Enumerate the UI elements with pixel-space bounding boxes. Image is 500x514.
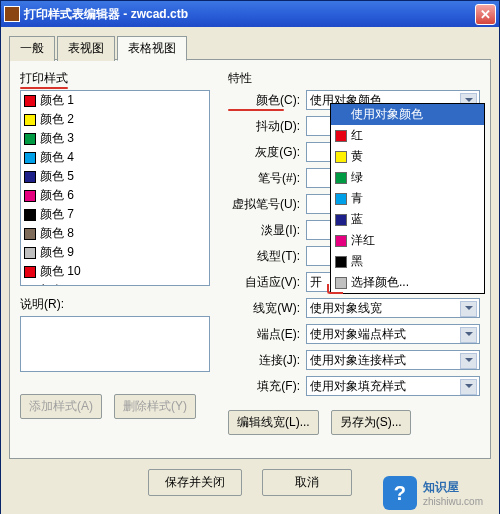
fill-combo[interactable]: 使用对象填充样式 <box>306 376 480 396</box>
endcap-combo[interactable]: 使用对象端点样式 <box>306 324 480 344</box>
list-item[interactable]: 颜色 10 <box>21 262 209 281</box>
dropdown-item[interactable]: 使用对象颜色 <box>331 104 484 125</box>
dropdown-item[interactable]: 蓝 <box>331 209 484 230</box>
list-item[interactable]: 颜色 6 <box>21 186 209 205</box>
question-icon: ? <box>383 476 417 510</box>
endcap-label: 端点(E): <box>228 326 300 343</box>
lineweight-label: 线宽(W): <box>228 300 300 317</box>
fill-label: 填充(F): <box>228 378 300 395</box>
adaptive-label: 自适应(V): <box>228 274 300 291</box>
list-item[interactable]: 颜色 8 <box>21 224 209 243</box>
color-swatch <box>335 151 347 163</box>
list-item[interactable]: 颜色 5 <box>21 167 209 186</box>
description-textarea[interactable] <box>20 316 210 372</box>
titlebar[interactable]: 打印样式表编辑器 - zwcad.ctb ✕ <box>1 1 499 27</box>
list-item[interactable]: 颜色 1 <box>21 91 209 110</box>
color-swatch <box>335 214 347 226</box>
cancel-button[interactable]: 取消 <box>262 469 352 496</box>
list-item[interactable]: 颜色 7 <box>21 205 209 224</box>
app-icon <box>4 6 20 22</box>
screen-label: 淡显(I): <box>228 222 300 239</box>
list-item[interactable]: 颜色 3 <box>21 129 209 148</box>
dropdown-item[interactable]: 黑 <box>331 251 484 272</box>
save-as-button[interactable]: 另存为(S)... <box>331 410 411 435</box>
delete-style-button: 删除样式(Y) <box>114 394 196 419</box>
pen-label: 笔号(#): <box>228 170 300 187</box>
color-swatch <box>335 172 347 184</box>
close-button[interactable]: ✕ <box>475 4 496 25</box>
color-swatch <box>24 247 36 259</box>
color-swatch <box>24 114 36 126</box>
properties-title: 特性 <box>228 70 480 87</box>
tab-tableview[interactable]: 表视图 <box>57 36 115 61</box>
window-title: 打印样式表编辑器 - zwcad.ctb <box>24 6 188 23</box>
dropdown-item[interactable]: 洋红 <box>331 230 484 251</box>
color-swatch <box>24 285 36 287</box>
color-swatch <box>24 133 36 145</box>
gray-label: 灰度(G): <box>228 144 300 161</box>
linetype-label: 线型(T): <box>228 248 300 265</box>
join-combo[interactable]: 使用对象连接样式 <box>306 350 480 370</box>
color-swatch <box>335 193 347 205</box>
color-swatch <box>24 171 36 183</box>
color-swatch <box>24 228 36 240</box>
vpen-label: 虚拟笔号(U): <box>228 196 300 213</box>
style-listbox[interactable]: 颜色 1颜色 2颜色 3颜色 4颜色 5颜色 6颜色 7颜色 8颜色 9颜色 1… <box>20 90 210 286</box>
edit-lineweight-button[interactable]: 编辑线宽(L)... <box>228 410 319 435</box>
dropdown-item[interactable]: 黄 <box>331 146 484 167</box>
color-swatch <box>24 209 36 221</box>
color-swatch <box>24 95 36 107</box>
color-swatch <box>24 152 36 164</box>
dialog-window: 打印样式表编辑器 - zwcad.ctb ✕ 一般 表视图 表格视图 打印样式 … <box>0 0 500 514</box>
tab-gridview[interactable]: 表格视图 <box>117 36 187 61</box>
left-column: 打印样式 颜色 1颜色 2颜色 3颜色 4颜色 5颜色 6颜色 7颜色 8颜色 … <box>20 70 210 448</box>
dither-label: 抖动(D): <box>228 118 300 135</box>
list-item[interactable]: 颜色 9 <box>21 243 209 262</box>
dropdown-item[interactable]: 红 <box>331 125 484 146</box>
brand-logo: ? 知识屋 zhishiwu.com <box>383 476 483 510</box>
highlight-mark <box>327 284 343 294</box>
tab-general[interactable]: 一般 <box>9 36 55 61</box>
color-swatch <box>335 130 347 142</box>
dropdown-item[interactable]: 绿 <box>331 167 484 188</box>
print-style-title: 打印样式 <box>20 70 210 87</box>
add-style-button: 添加样式(A) <box>20 394 102 419</box>
color-label: 颜色(C): <box>228 92 300 109</box>
join-label: 连接(J): <box>228 352 300 369</box>
list-item[interactable]: 颜色 11 <box>21 281 209 286</box>
color-swatch <box>24 266 36 278</box>
color-dropdown[interactable]: 使用对象颜色红黄绿青蓝洋红黑选择颜色... <box>330 103 485 294</box>
color-swatch <box>335 235 347 247</box>
lineweight-combo[interactable]: 使用对象线宽 <box>306 298 480 318</box>
color-swatch <box>24 190 36 202</box>
dropdown-item[interactable]: 选择颜色... <box>331 272 484 293</box>
list-item[interactable]: 颜色 4 <box>21 148 209 167</box>
description-label: 说明(R): <box>20 296 210 313</box>
save-close-button[interactable]: 保存并关闭 <box>148 469 242 496</box>
tab-strip: 一般 表视图 表格视图 <box>9 35 491 60</box>
list-item[interactable]: 颜色 2 <box>21 110 209 129</box>
dropdown-item[interactable]: 青 <box>331 188 484 209</box>
color-swatch <box>335 256 347 268</box>
